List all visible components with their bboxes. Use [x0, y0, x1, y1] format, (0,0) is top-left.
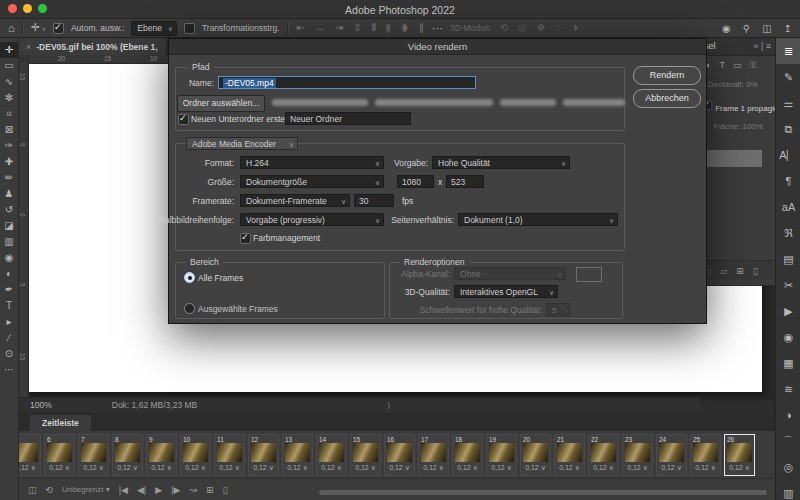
timeline-frame-24[interactable]: 240,12 ∨ — [656, 434, 687, 476]
tween-button[interactable]: ↝ — [189, 485, 197, 495]
lock-position-icon[interactable]: ▭ — [733, 60, 742, 71]
frame-delay[interactable]: 0,12 ∨ — [351, 464, 380, 472]
frame-tool[interactable]: ⊠ — [0, 122, 18, 138]
frame-thumbnail[interactable] — [489, 443, 514, 462]
align-right-icon[interactable]: ⇥ — [334, 22, 344, 34]
timeline-frame-25[interactable]: 250,12 ∨ — [690, 434, 721, 476]
timeline-frame-12[interactable]: 120,12 ∨ — [248, 434, 279, 476]
timeline-frame-7[interactable]: 70,12 ∨ — [78, 434, 109, 476]
timeline-frame-8[interactable]: 80,12 ∨ — [112, 434, 143, 476]
frame-delay[interactable]: 0,12 ∨ — [215, 464, 244, 472]
magic-wand-tool[interactable]: ✼ — [0, 90, 18, 106]
character-panel-icon[interactable]: A⎸ — [776, 142, 800, 168]
preset-dropdown[interactable]: Hohe Qualität — [432, 156, 570, 169]
align-left-icon[interactable]: ⇤ — [296, 22, 306, 34]
share-icon[interactable]: ↥ — [784, 19, 792, 38]
selected-frames-radio[interactable] — [184, 303, 195, 314]
aspect-dropdown[interactable]: Dokument (1,0) — [458, 213, 618, 226]
document-tab[interactable]: × -DEV05.gif bei 100% (Ebene 1, — [18, 38, 166, 55]
distribute-right-icon[interactable]: ⋕ — [400, 22, 410, 34]
frame-thumbnail[interactable] — [727, 443, 752, 462]
frame-thumbnail[interactable] — [523, 443, 548, 462]
brush-settings-panel-icon[interactable]: ⚌ — [776, 90, 800, 116]
frame-delay[interactable]: 0,12 ∨ — [623, 464, 652, 472]
frame-thumbnail[interactable] — [115, 443, 140, 462]
new-group-icon[interactable]: ▱ — [720, 266, 727, 276]
frame-thumbnail[interactable] — [319, 443, 344, 462]
frame-delay[interactable]: 0,12 ∨ — [181, 464, 210, 472]
zoom-tool[interactable]: ⊙ — [0, 346, 18, 362]
frame-delay[interactable]: 0,12 ∨ — [589, 464, 618, 472]
timeline-frame-15[interactable]: 150,12 ∨ — [350, 434, 381, 476]
orbit-3d-icon[interactable]: ⟲ — [499, 22, 509, 34]
workspace-icon[interactable]: ◫ — [762, 19, 771, 38]
frame-thumbnail[interactable] — [81, 443, 106, 462]
frame-delay[interactable]: 0,12 ∨ — [691, 464, 720, 472]
frame-thumbnail[interactable] — [625, 443, 650, 462]
clone-stamp-tool[interactable]: ♟ — [0, 186, 18, 202]
size-dropdown[interactable]: Dokumentgröße — [240, 175, 384, 188]
subfolder-name-input[interactable]: Neuer Ordner — [285, 112, 411, 125]
frame-delay[interactable]: 0,12 ∨ — [45, 464, 74, 472]
tool-presets-panel-icon[interactable]: ✂ — [776, 272, 800, 298]
pen-tool[interactable]: ✒ — [0, 282, 18, 298]
account-icon[interactable]: ◉ — [722, 19, 731, 38]
frame-thumbnail[interactable] — [659, 443, 684, 462]
transform-controls-checkbox[interactable] — [184, 23, 195, 34]
frame-delay[interactable]: 0,12 ∨ — [249, 464, 278, 472]
home-icon[interactable]: ⌂ — [8, 19, 15, 38]
notes-panel-icon[interactable]: ▤ — [776, 246, 800, 272]
encoder-dropdown[interactable]: Adobe Media Encoder — [186, 137, 298, 150]
move-tool[interactable]: ✛ — [0, 42, 18, 58]
timeline-scrollbar[interactable] — [319, 490, 767, 495]
timeline-frame-10[interactable]: 100,12 ∨ — [180, 434, 211, 476]
frame-delay[interactable]: 0,12 ∨ — [657, 464, 686, 472]
frame-thumbnail[interactable] — [693, 443, 718, 462]
render-button[interactable]: Rendern — [633, 66, 701, 85]
pan-3d-icon[interactable]: ✥ — [536, 22, 546, 34]
frame-delay[interactable]: 0,12 ∨ — [317, 464, 346, 472]
format-dropdown[interactable]: H.264 — [240, 156, 384, 169]
frame-thumbnail[interactable] — [591, 443, 616, 462]
frame-thumbnail[interactable] — [47, 443, 72, 462]
timeline-frame-14[interactable]: 140,12 ∨ — [316, 434, 347, 476]
paths-panel-icon[interactable]: ⌒ — [776, 428, 800, 454]
new-layer-icon[interactable]: ⊞ — [736, 266, 744, 276]
zoom-level[interactable]: 100% — [30, 400, 52, 410]
3d-quality-dropdown[interactable]: Interaktives OpenGL — [454, 285, 558, 298]
frame-thumbnail[interactable] — [455, 443, 480, 462]
history-brush-tool[interactable]: ↺ — [0, 202, 18, 218]
timeline-frame-19[interactable]: 190,12 ∨ — [486, 434, 517, 476]
delete-frame-button[interactable]: ▯ — [222, 485, 227, 495]
timeline-panel-icon[interactable]: ▶ — [776, 298, 800, 324]
character-styles-panel-icon[interactable]: aA — [776, 194, 800, 220]
name-input[interactable]: -DEV05.mp4 — [218, 76, 476, 89]
distribute-center-icon[interactable]: ⫵ — [385, 22, 392, 34]
distribute-v-icon[interactable]: ∥ — [418, 22, 425, 34]
delete-layer-icon[interactable]: ▯ — [753, 266, 758, 276]
timeline-frame-18[interactable]: 180,12 ∨ — [452, 434, 483, 476]
more-options-icon[interactable]: ⋯ — [432, 19, 443, 38]
timeline-frame-22[interactable]: 220,12 ∨ — [588, 434, 619, 476]
timeline-frame-16[interactable]: 160,12 ∨ — [384, 434, 415, 476]
frame-delay[interactable]: 0,12 ∨ — [555, 464, 584, 472]
previous-frame-button[interactable]: ◀| — [137, 485, 146, 495]
timeline-frame-5[interactable]: 50,12 ∨ — [18, 434, 41, 476]
all-frames-radio[interactable] — [184, 272, 195, 283]
move-tool-preset-icon[interactable]: ✛ ∨ — [31, 18, 46, 39]
more-tools-icon[interactable]: ⋯ — [0, 362, 18, 378]
frame-delay[interactable]: 0,12 ∨ — [419, 464, 448, 472]
frame-thumbnail[interactable] — [387, 443, 412, 462]
play-button[interactable]: ▶ — [155, 485, 162, 495]
eraser-tool[interactable]: ◪ — [0, 218, 18, 234]
selected-layer-row[interactable] — [700, 150, 762, 167]
cancel-button[interactable]: Abbrechen — [633, 89, 701, 108]
lock-text-icon[interactable]: T — [719, 60, 725, 71]
histogram-panel-icon[interactable]: ◑ — [776, 402, 800, 428]
framerate-dropdown[interactable]: Dokument-Framerate — [240, 194, 350, 207]
frame-thumbnail[interactable] — [217, 443, 242, 462]
clone-source-panel-icon[interactable]: ⧉ — [776, 116, 800, 142]
patterns-panel-icon[interactable]: ▦ — [776, 350, 800, 376]
height-input[interactable]: 523 — [446, 175, 484, 188]
frame-delay[interactable]: 0,12 ∨ — [283, 464, 312, 472]
